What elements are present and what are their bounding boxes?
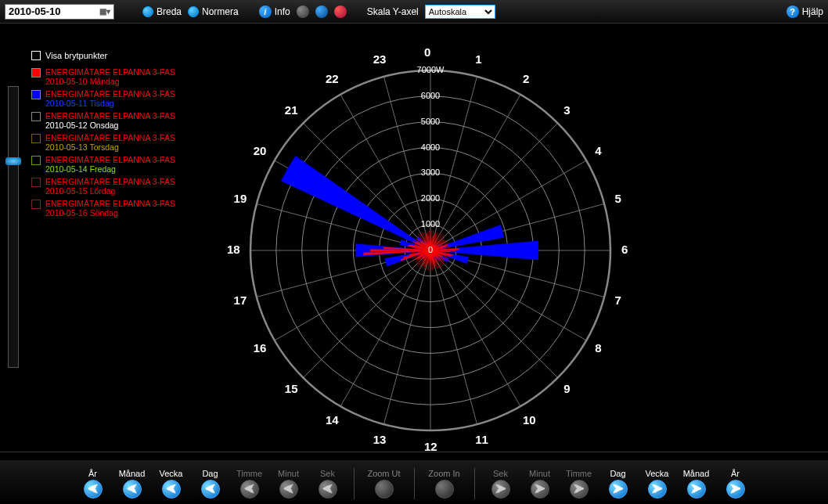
hour-label: 4 xyxy=(595,144,601,157)
divider xyxy=(354,468,355,499)
polar-chart: 0123456789101112131415161718192021222301… xyxy=(211,23,650,462)
nav-sek-left: Sek⮜ xyxy=(310,469,346,499)
divider xyxy=(414,468,415,499)
hour-label: 1 xyxy=(475,52,481,66)
nav-dag-left[interactable]: Dag⮜ xyxy=(193,469,229,499)
help-icon: ? xyxy=(787,5,799,18)
breakpoints-checkbox[interactable]: Visa brytpunkter xyxy=(31,50,107,60)
zoom-out-button[interactable]: Zoom Ut xyxy=(362,469,406,499)
zoom-in-button[interactable]: Zoom In xyxy=(423,469,466,499)
hour-label: 12 xyxy=(424,440,437,453)
date-value: 2010-05-10 xyxy=(9,5,61,17)
svg-line-16 xyxy=(430,250,558,378)
normera-button[interactable]: Normera xyxy=(188,6,239,17)
radial-tick-label: 4000 xyxy=(421,142,440,152)
nav-sek-right: Sek⮞ xyxy=(483,469,519,499)
arrow-left-icon: ⮜ xyxy=(162,480,181,499)
hour-label: 14 xyxy=(326,413,339,427)
legend-item[interactable]: ENERGIMÄTARE ELPANNA 3-FAS2010-05-16 Sön… xyxy=(31,199,175,218)
hour-label: 0 xyxy=(424,45,430,59)
dot-icon xyxy=(142,6,153,17)
legend-swatch xyxy=(31,134,41,143)
nav-minut-left: Minut⮜ xyxy=(271,469,307,499)
hour-label: 16 xyxy=(254,341,267,355)
info-button[interactable]: i Info xyxy=(259,5,290,18)
legend-swatch xyxy=(31,178,41,187)
nav-år-right[interactable]: År⮞ xyxy=(718,469,754,499)
radial-tick-label: 2000 xyxy=(421,193,440,203)
legend-item[interactable]: ENERGIMÄTARE ELPANNA 3-FAS2010-05-13 Tor… xyxy=(31,133,175,152)
arrow-right-icon: ⮞ xyxy=(531,480,549,499)
arrow-right-icon: ⮞ xyxy=(687,480,706,499)
svg-line-23 xyxy=(275,250,430,340)
nav-vecka-right[interactable]: Vecka⮞ xyxy=(639,469,675,499)
nav-timme-right: Timme⮞ xyxy=(561,469,597,499)
hour-label: 6 xyxy=(621,243,628,256)
magnifier-plus-icon xyxy=(435,480,454,499)
arrow-right-icon: ⮞ xyxy=(726,480,745,499)
hour-label: 19 xyxy=(234,192,247,205)
tool-icon-3[interactable] xyxy=(334,5,347,18)
legend-item[interactable]: ENERGIMÄTARE ELPANNA 3-FAS2010-05-12 Ons… xyxy=(31,111,175,130)
yscale-label: Skala Y-axel xyxy=(367,6,419,17)
radial-tick-label: 0 xyxy=(428,245,433,254)
nav-minut-right: Minut⮞ xyxy=(522,469,558,499)
arrow-left-icon: ⮜ xyxy=(84,480,103,499)
nav-dag-right[interactable]: Dag⮞ xyxy=(600,469,636,499)
hour-label: 21 xyxy=(285,103,298,117)
radial-tick-label: 5000 xyxy=(421,117,440,126)
nav-månad-right[interactable]: Månad⮞ xyxy=(679,469,715,499)
hour-label: 11 xyxy=(475,433,488,446)
hour-label: 15 xyxy=(285,382,298,395)
radial-tick-label: 3000 xyxy=(421,167,440,177)
breda-button[interactable]: Breda xyxy=(142,6,182,17)
arrow-right-icon: ⮞ xyxy=(491,480,510,499)
hour-label: 18 xyxy=(227,243,240,256)
magnifier-minus-icon xyxy=(375,480,394,499)
radial-tick-label: 7000W xyxy=(417,65,445,74)
hour-label: 23 xyxy=(373,52,387,66)
legend-item[interactable]: ENERGIMÄTARE ELPANNA 3-FAS2010-05-15 Lör… xyxy=(31,177,175,196)
legend-swatch xyxy=(31,68,41,77)
arrow-left-icon: ⮜ xyxy=(319,480,337,499)
arrow-left-icon: ⮜ xyxy=(201,480,220,499)
dot-icon xyxy=(188,6,199,17)
legend-item[interactable]: ENERGIMÄTARE ELPANNA 3-FAS2010-05-11 Tis… xyxy=(31,89,175,108)
tool-icon-1[interactable] xyxy=(297,5,309,18)
hour-label: 10 xyxy=(523,413,536,427)
legend: ENERGIMÄTARE ELPANNA 3-FAS2010-05-10 Mån… xyxy=(31,67,175,221)
arrow-left-icon: ⮜ xyxy=(123,480,142,499)
yscale-select[interactable]: Autoskala xyxy=(425,5,495,19)
arrow-right-icon: ⮞ xyxy=(570,480,589,499)
calendar-icon[interactable]: ▦▾ xyxy=(99,7,110,16)
vertical-slider[interactable] xyxy=(8,86,19,368)
hour-label: 3 xyxy=(563,103,570,117)
legend-item[interactable]: ENERGIMÄTARE ELPANNA 3-FAS2010-05-14 Fre… xyxy=(31,155,175,174)
nav-år-left[interactable]: År⮜ xyxy=(75,469,111,499)
arrow-left-icon: ⮜ xyxy=(279,480,298,499)
top-toolbar: 2010-05-10 ▦▾ Breda Normera i Info Skala… xyxy=(0,0,828,23)
svg-line-20 xyxy=(383,250,430,424)
tool-icon-2[interactable] xyxy=(315,5,328,18)
help-button[interactable]: ? Hjälp xyxy=(787,5,823,18)
svg-line-9 xyxy=(430,95,520,250)
hour-label: 13 xyxy=(373,433,387,446)
svg-line-15 xyxy=(430,250,586,340)
radial-tick-label: 1000 xyxy=(421,219,440,229)
arrow-left-icon: ⮜ xyxy=(240,480,259,499)
legend-swatch xyxy=(31,112,41,121)
svg-line-22 xyxy=(303,250,430,378)
date-picker[interactable]: 2010-05-10 ▦▾ xyxy=(5,4,114,20)
nav-månad-left[interactable]: Månad⮜ xyxy=(114,469,150,499)
svg-line-11 xyxy=(430,160,586,250)
svg-line-18 xyxy=(430,250,477,424)
arrow-right-icon: ⮞ xyxy=(609,480,628,499)
slider-handle[interactable] xyxy=(5,157,21,165)
nav-vecka-left[interactable]: Vecka⮜ xyxy=(153,469,189,499)
hour-label: 22 xyxy=(326,72,339,85)
hour-label: 17 xyxy=(234,293,247,307)
svg-line-17 xyxy=(430,250,520,406)
legend-swatch xyxy=(31,156,41,165)
hour-label: 7 xyxy=(614,293,621,307)
legend-item[interactable]: ENERGIMÄTARE ELPANNA 3-FAS2010-05-10 Mån… xyxy=(31,67,175,86)
